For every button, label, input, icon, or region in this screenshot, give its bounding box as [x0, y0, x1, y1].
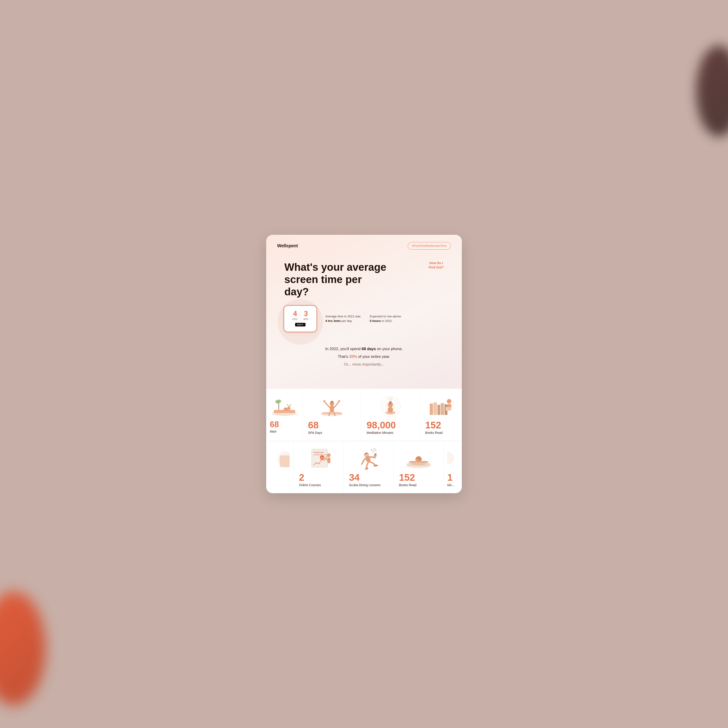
svg-rect-52 [374, 453, 376, 457]
timer-section: 4 HRS 3 MIN EDIT Average time [284, 306, 444, 332]
card-spa-label: SPA Days [308, 431, 356, 434]
svg-point-3 [288, 407, 291, 410]
hashtag-badge[interactable]: #FreeTimeNotScreenTime [408, 242, 451, 249]
island-illustration [270, 397, 299, 417]
card-spa-number: 68 [308, 421, 356, 430]
svg-rect-42 [327, 457, 330, 463]
body-line1: In 2022, you'll spend 68 days on your ph… [284, 345, 444, 353]
card-books1-number: 152 [425, 421, 456, 430]
timer-stats: Average time in 2021 was4 hrs 3min per d… [325, 314, 401, 324]
timer-widget[interactable]: 4 HRS 3 MIN EDIT [284, 306, 316, 332]
card-partial-right-r2[interactable]: 1 Mo... [444, 441, 462, 493]
card-courses-label: Online Courses [299, 483, 338, 487]
svg-rect-24 [430, 404, 433, 415]
hero-section: How Do IFind Out? What's your average sc… [266, 254, 462, 389]
courses-illustration: Problematic smartphone Use 412 [305, 446, 332, 470]
card-beach-days[interactable]: 68 days [266, 389, 303, 441]
body-line2: That's 20% of your entire year. [284, 353, 444, 361]
card-books1-label: Books Read [425, 431, 456, 434]
svg-rect-12 [330, 405, 334, 412]
card-scuba-label: Scuba Diving Lessons [349, 483, 388, 487]
cards-row1: 68 days [266, 389, 462, 441]
svg-rect-27 [440, 403, 444, 415]
svg-rect-11 [322, 412, 342, 414]
svg-rect-25 [433, 402, 437, 415]
card-scuba-number: 34 [349, 473, 388, 482]
meditation-illustration [377, 393, 404, 417]
svg-point-15 [323, 400, 325, 402]
spa-illustration [318, 395, 345, 417]
how-find-out-link[interactable]: How Do IFind Out? [428, 261, 444, 270]
card-books-read-2[interactable]: 152 Books Read [393, 441, 444, 493]
card-partial-right-label: Mo... [447, 483, 458, 487]
card-meditation-number: 98,000 [367, 421, 414, 430]
partial-right-illustration [447, 447, 458, 470]
timer-hours: 4 [292, 310, 298, 318]
card-scuba-diving[interactable]: 34 Scuba Diving Lessons [344, 441, 393, 493]
card-partial-right-number: 1 [447, 473, 458, 482]
svg-point-56 [419, 459, 421, 461]
card-courses-number: 2 [299, 473, 338, 482]
svg-point-46 [375, 450, 376, 451]
card-books-read-1[interactable]: 152 Books Read [420, 389, 462, 441]
svg-point-44 [374, 448, 375, 450]
svg-point-14 [330, 401, 333, 403]
svg-point-55 [415, 456, 422, 462]
svg-line-4 [287, 405, 289, 407]
svg-rect-1 [274, 410, 295, 413]
svg-point-16 [338, 400, 340, 402]
svg-text:Problematic: Problematic [314, 451, 324, 453]
svg-text:smartphone Use: smartphone Use [314, 454, 327, 456]
bath-illustration [404, 446, 433, 470]
svg-point-41 [327, 453, 330, 457]
edit-badge[interactable]: EDIT [295, 323, 306, 326]
hero-title: What's your average screen time per day? [284, 261, 389, 298]
body-copy: In 2022, you'll spend 68 days on your ph… [284, 343, 444, 380]
timer-mins: 3 [303, 310, 308, 318]
card-books2-number: 152 [399, 473, 438, 482]
scuba-illustration [354, 446, 383, 470]
body-line3: Or... more importantly... [284, 361, 444, 368]
svg-point-57 [447, 452, 454, 464]
timer-mins-label: MIN [303, 318, 308, 321]
card-beach-number: 68 [270, 421, 299, 428]
card-books2-label: Books Read [399, 483, 438, 487]
svg-point-29 [447, 399, 451, 404]
svg-point-2 [284, 407, 288, 411]
card-meditation-label: Meditation Minutes [367, 431, 414, 434]
svg-text:412: 412 [321, 457, 324, 459]
card-meditation[interactable]: 98,000 Meditation Minutes [361, 389, 420, 441]
card-partial-left-r2[interactable] [266, 441, 294, 493]
svg-rect-26 [437, 405, 440, 415]
card-beach-label: days [270, 430, 299, 433]
card-spa-days[interactable]: 68 SPA Days [303, 389, 361, 441]
timer-hours-label: HRS [292, 318, 298, 321]
svg-line-5 [289, 405, 291, 407]
books-illustration [425, 395, 455, 417]
header: Wellspent #FreeTimeNotScreenTime [266, 235, 462, 254]
logo: Wellspent [277, 243, 298, 248]
partial-left-illustration [270, 449, 290, 470]
cards-row2: Problematic smartphone Use 412 [266, 441, 462, 493]
svg-rect-34 [280, 456, 290, 467]
svg-point-45 [371, 449, 372, 450]
stat-2021: Average time in 2021 was4 hrs 3min per d… [325, 314, 361, 324]
stat-2022: Expected to rise above5 hours in 2022. [370, 314, 401, 324]
card-online-courses[interactable]: Problematic smartphone Use 412 [294, 441, 344, 493]
svg-point-43 [372, 450, 374, 452]
